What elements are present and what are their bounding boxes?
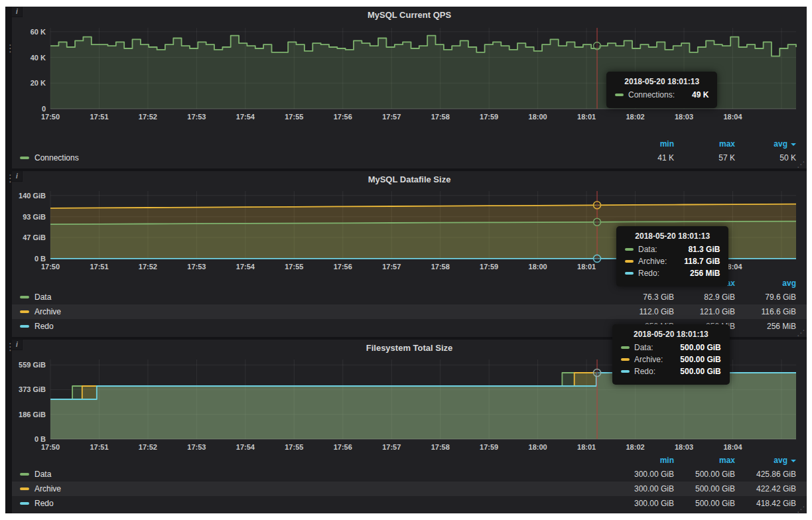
series-toggle-archive[interactable]: Archive — [34, 484, 61, 493]
legend-avg-value: 422.42 GiB — [735, 484, 796, 493]
chevron-down-icon — [791, 460, 796, 462]
svg-text:17:52: 17:52 — [139, 443, 157, 451]
legend-header-row: min max avg — [12, 454, 807, 467]
tooltip-series-label: Redo: — [638, 269, 659, 278]
row-drag-handle[interactable]: ⋮ — [5, 7, 12, 168]
tooltip-filesystem: 2018-05-20 18:01:13 Data: 500.00 GiB Arc… — [612, 324, 730, 385]
legend: min max avg Connections 41 K 57 K 50 K — [12, 137, 807, 168]
svg-text:17:53: 17:53 — [187, 263, 206, 271]
series-dash-icon — [625, 248, 634, 251]
legend-avg-value: 79.6 GiB — [735, 292, 796, 302]
legend-sort-avg[interactable]: avg — [735, 279, 796, 288]
legend-max-value: 121.0 GiB — [674, 307, 735, 316]
info-corner-icon[interactable]: i — [12, 171, 23, 182]
svg-text:17:55: 17:55 — [285, 263, 303, 271]
svg-text:17:59: 17:59 — [480, 263, 498, 271]
legend-min-value: 112.0 GiB — [613, 307, 674, 316]
tooltip-series-label: Data: — [638, 245, 657, 254]
svg-text:20 K: 20 K — [31, 79, 46, 87]
legend-min-value: 300.00 GiB — [613, 470, 674, 479]
panel-title[interactable]: MySQL Current QPS — [368, 10, 451, 20]
series-dash-icon — [621, 370, 630, 373]
legend: min max avg Data 300.00 GiB 500.00 GiB 4… — [12, 454, 807, 513]
legend-max-value: 82.9 GiB — [674, 292, 735, 302]
svg-text:40 K: 40 K — [31, 54, 46, 62]
svg-text:0 B: 0 B — [34, 435, 46, 443]
series-dash-icon — [621, 358, 630, 361]
panel-title[interactable]: Filesystem Total Size — [366, 343, 453, 353]
svg-text:17:50: 17:50 — [41, 443, 60, 451]
drag-dots-icon: ⋮ — [5, 344, 12, 350]
panel-resize-handle[interactable]: ⋰ — [797, 505, 805, 513]
legend-avg-value: 425.86 GiB — [735, 470, 796, 479]
svg-text:47 GiB: 47 GiB — [23, 233, 46, 241]
svg-text:17:53: 17:53 — [187, 443, 206, 451]
series-toggle-data[interactable]: Data — [34, 292, 51, 302]
tooltip-series-value: 500.00 GiB — [663, 355, 720, 364]
series-toggle-archive[interactable]: Archive — [34, 307, 61, 316]
series-dash-icon — [20, 296, 29, 298]
svg-text:17:50: 17:50 — [41, 113, 60, 121]
series-toggle-redo[interactable]: Redo — [34, 499, 54, 508]
panel-resize-handle[interactable]: ⋰ — [797, 161, 805, 168]
svg-text:17:55: 17:55 — [285, 443, 303, 451]
info-corner-icon[interactable]: i — [12, 340, 23, 350]
legend-sort-max[interactable]: max — [674, 456, 735, 465]
legend-row-data: Data 76.3 GiB 82.9 GiB 79.6 GiB — [12, 290, 807, 304]
svg-text:0 B: 0 B — [34, 255, 46, 263]
drag-dots-icon: ⋮ — [5, 45, 12, 51]
tooltip-timestamp: 2018-05-20 18:01:13 — [625, 231, 720, 241]
tooltip-series-value: 500.00 GiB — [663, 343, 720, 352]
chevron-down-icon — [791, 143, 796, 146]
series-dash-icon — [20, 310, 29, 313]
svg-text:17:52: 17:52 — [139, 113, 157, 121]
legend-sort-max[interactable]: max — [674, 139, 735, 149]
panel-resize-handle[interactable]: ⋰ — [797, 329, 805, 337]
svg-text:186 GiB: 186 GiB — [19, 411, 46, 419]
legend-sort-min[interactable]: min — [613, 139, 674, 149]
panel-title[interactable]: MySQL Datafile Size — [368, 174, 451, 184]
legend-min-value: 300.00 GiB — [613, 484, 674, 493]
tooltip-series-value: 256 MiB — [673, 269, 720, 278]
legend-sort-avg[interactable]: avg — [735, 139, 796, 149]
tooltip-qps: 2018-05-20 18:01:13 Connections: 49 K — [606, 72, 717, 108]
series-toggle-redo[interactable]: Redo — [34, 322, 54, 331]
tooltip-series-value: 49 K — [675, 90, 709, 99]
tooltip-datafile: 2018-05-20 18:01:13 Data: 81.3 GiB Archi… — [616, 226, 728, 287]
row-drag-handle[interactable]: ⋮ — [5, 340, 12, 513]
drag-dots-icon: ⋮ — [5, 175, 12, 181]
svg-text:17:59: 17:59 — [480, 113, 498, 121]
svg-text:18:03: 18:03 — [675, 443, 693, 451]
row-drag-handle[interactable]: ⋮ — [5, 171, 12, 337]
svg-text:17:54: 17:54 — [236, 443, 255, 451]
svg-text:93 GiB: 93 GiB — [23, 213, 46, 221]
svg-text:18:04: 18:04 — [723, 113, 742, 121]
series-dash-icon — [20, 325, 29, 328]
svg-text:373 GiB: 373 GiB — [19, 385, 46, 393]
legend-avg-value: 418.42 GiB — [735, 499, 796, 508]
legend-sort-avg[interactable]: avg — [735, 456, 796, 465]
series-toggle-connections[interactable]: Connections — [34, 153, 79, 162]
series-toggle-data[interactable]: Data — [34, 470, 51, 479]
info-corner-icon[interactable]: i — [12, 7, 23, 17]
legend-row-archive: Archive 300.00 GiB 500.00 GiB 422.42 GiB — [12, 482, 807, 496]
series-dash-icon — [625, 272, 634, 275]
legend-min-value: 41 K — [613, 153, 674, 162]
svg-text:18:01: 18:01 — [577, 443, 596, 451]
svg-text:17:53: 17:53 — [187, 113, 206, 121]
tooltip-series-value: 81.3 GiB — [671, 245, 720, 254]
legend-row-connections: Connections 41 K 57 K 50 K — [12, 151, 807, 165]
legend-max-value: 500.00 GiB — [674, 470, 735, 479]
svg-text:17:58: 17:58 — [431, 443, 450, 451]
svg-text:18:02: 18:02 — [626, 113, 644, 121]
svg-text:18:00: 18:00 — [529, 263, 547, 271]
svg-text:18:00: 18:00 — [529, 113, 547, 121]
legend-header-row: min max avg — [12, 137, 807, 151]
legend-avg-value: 256 MiB — [735, 322, 796, 331]
legend-sort-min[interactable]: min — [613, 456, 674, 465]
svg-text:0: 0 — [42, 105, 46, 113]
svg-text:17:58: 17:58 — [431, 113, 450, 121]
tooltip-timestamp: 2018-05-20 18:01:13 — [621, 330, 721, 339]
svg-text:60 K: 60 K — [31, 28, 46, 36]
svg-text:559 GiB: 559 GiB — [19, 361, 46, 369]
